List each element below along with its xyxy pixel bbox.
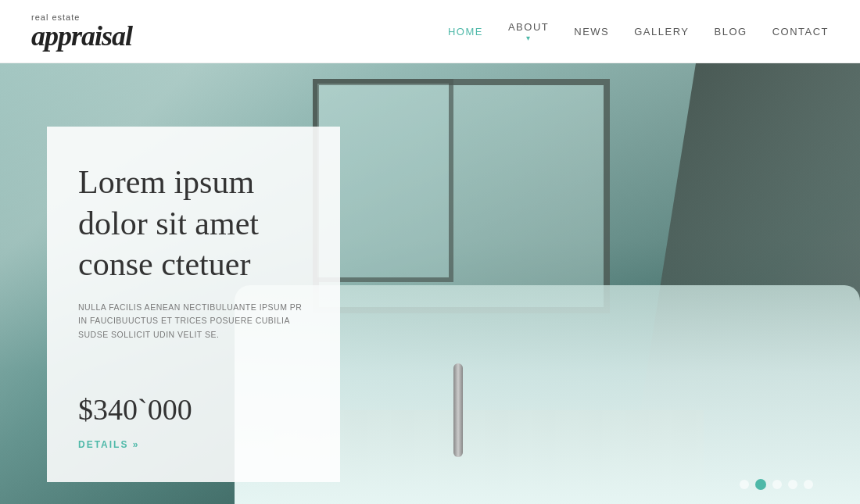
chevron-down-icon: ▾ <box>526 34 532 42</box>
slider-dot-3[interactable] <box>772 480 782 489</box>
nav-item-home[interactable]: HOME <box>448 26 483 38</box>
nav-item-news[interactable]: NEWS <box>574 26 609 38</box>
faucet-shape <box>453 363 463 457</box>
slider-dot-4[interactable] <box>788 480 797 489</box>
hero-subtext: NULLA FACILIS AENEAN NECTIBULUANTE IPSUM… <box>78 301 309 343</box>
slider-dot-2[interactable] <box>755 479 766 490</box>
hero-heading: Lorem ipsum dolor sit amet conse ctetuer <box>78 162 309 285</box>
main-nav: HOME ABOUT ▾ NEWS GALLERY BLOG CONTACT <box>448 21 829 42</box>
nav-item-contact[interactable]: CONTACT <box>772 26 829 38</box>
details-link[interactable]: DETAILS » <box>78 439 139 450</box>
nav-item-blog[interactable]: BLOG <box>715 26 747 38</box>
nav-item-gallery[interactable]: GALLERY <box>634 26 689 38</box>
logo[interactable]: real estate appraisal <box>31 13 132 50</box>
hero-section: Lorem ipsum dolor sit amet conse ctetuer… <box>0 63 860 504</box>
header: real estate appraisal HOME ABOUT ▾ NEWS … <box>0 0 860 63</box>
hero-price: $340`000 <box>78 392 309 427</box>
slider-dot-5[interactable] <box>804 480 813 489</box>
logo-title: appraisal <box>31 22 132 50</box>
slider-dots <box>740 479 813 490</box>
content-box: Lorem ipsum dolor sit amet conse ctetuer… <box>47 127 340 482</box>
slider-dot-1[interactable] <box>740 480 749 489</box>
nav-item-about[interactable]: ABOUT ▾ <box>508 21 549 42</box>
